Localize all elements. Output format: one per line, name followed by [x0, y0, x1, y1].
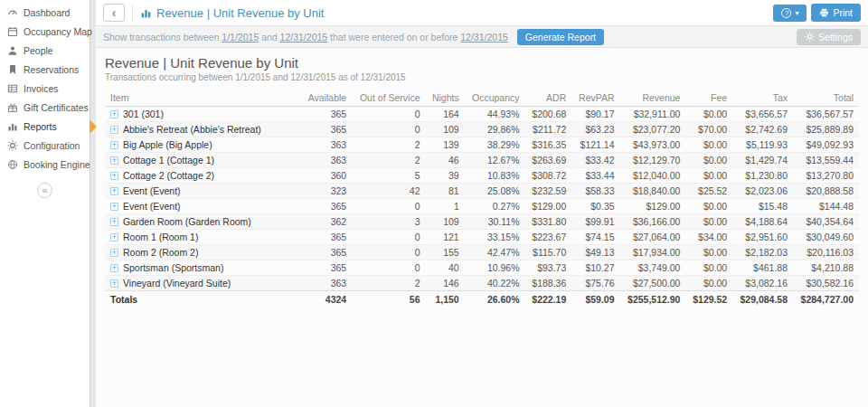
column-header-adr: ADR [525, 90, 572, 107]
table-cell: $0.00 [685, 107, 732, 122]
table-cell: $93.73 [525, 260, 572, 276]
end-date-link[interactable]: 12/31/2015 [280, 32, 328, 43]
table-cell: $32,911.00 [620, 107, 686, 122]
table-cell: $223.67 [525, 230, 572, 245]
table-cell: 365 [301, 245, 352, 260]
expand-row-icon[interactable]: + [110, 172, 118, 180]
expand-row-icon[interactable]: + [110, 218, 118, 226]
expand-row-icon[interactable]: + [110, 279, 118, 288]
table-cell: 10.96% [465, 260, 525, 276]
sidebar-item-people[interactable]: People [0, 41, 90, 60]
table-row: +Event (Event)323428125.08%$232.59$58.33… [105, 184, 859, 199]
settings-button[interactable]: Settings [797, 29, 861, 45]
row-item-cell: +Big Apple (Big Apple) [105, 137, 301, 153]
totals-cell: 4324 [301, 291, 352, 308]
table-cell: 10.83% [465, 168, 525, 184]
report-header-bar: ‹ Revenue | Unit Revenue by Unit ? ▾ Pr [96, 0, 868, 26]
start-date-link[interactable]: 1/1/2015 [222, 32, 259, 43]
row-item-label: Cottage 1 (Cottage 1) [123, 155, 214, 166]
sidebar-item-reports[interactable]: Reports [0, 117, 90, 136]
row-item-label: Event (Event) [123, 201, 181, 212]
column-header-out-of-service: Out of Service [352, 90, 425, 107]
table-cell: $1,230.80 [732, 168, 793, 184]
expand-row-icon[interactable]: + [110, 264, 118, 272]
row-item-cell: +Room 1 (Room 1) [105, 230, 301, 245]
sidebar-item-configuration[interactable]: Configuration [0, 136, 90, 155]
table-cell: $1,429.74 [732, 153, 793, 168]
table-cell: 29.86% [465, 122, 525, 137]
expand-row-icon[interactable]: + [110, 156, 118, 165]
totals-cell: $129.52 [685, 291, 732, 308]
table-cell: 360 [301, 168, 352, 184]
row-item-label: Cottage 2 (Cottage 2) [123, 170, 214, 181]
expand-row-icon[interactable]: + [110, 233, 118, 241]
expand-row-icon[interactable]: + [110, 249, 118, 257]
table-cell: $18,840.00 [620, 184, 686, 199]
sidebar-item-booking-engine[interactable]: Booking Engine [0, 155, 90, 174]
row-item-cell: +Sportsman (Sportsman) [105, 260, 301, 276]
sidebar-item-label: Booking Engine [24, 159, 90, 170]
bookmark-icon [6, 63, 18, 75]
column-header-revpar: RevPAR [571, 90, 619, 107]
table-cell: 25.08% [465, 184, 525, 199]
table-totals-row: Totals4324561,15026.60%$222.19$59.09$255… [105, 291, 859, 308]
filter-text-middle: that were entered on or before [330, 32, 458, 43]
table-cell: $0.00 [685, 245, 732, 260]
report-title: Revenue | Unit Revenue by Unit [105, 55, 859, 71]
expand-row-icon[interactable]: + [110, 126, 118, 134]
table-cell: $2,182.03 [732, 245, 793, 260]
table-cell: 81 [425, 184, 464, 199]
table-cell: $0.00 [685, 153, 732, 168]
table-cell: $316.35 [525, 137, 572, 153]
print-button[interactable]: Print [811, 4, 861, 22]
sidebar-item-label: Reservations [24, 64, 79, 75]
totals-cell: 26.60% [465, 291, 525, 308]
totals-cell: $255,512.90 [620, 291, 686, 308]
table-cell: $0.00 [685, 214, 732, 230]
table-cell: 164 [425, 107, 464, 122]
table-row: +301 (301)365016444.93%$200.68$90.17$32,… [105, 107, 859, 122]
row-item-label: Sportsman (Sportsman) [123, 262, 223, 273]
table-cell: $2,742.69 [732, 122, 793, 137]
column-header-fee: Fee [685, 90, 732, 107]
table-cell: $12,040.00 [620, 168, 686, 184]
table-cell: 30.11% [465, 214, 525, 230]
table-cell: $25.52 [685, 184, 732, 199]
gauge-icon [6, 6, 18, 18]
table-cell: $4,188.64 [732, 214, 793, 230]
header-left: ‹ Revenue | Unit Revenue by Unit [103, 4, 773, 22]
table-cell: $144.48 [793, 199, 859, 214]
person-icon [6, 44, 18, 56]
entered-date-link[interactable]: 12/31/2015 [460, 32, 508, 43]
generate-report-button[interactable]: Generate Report [517, 29, 604, 45]
back-button[interactable]: ‹ [103, 4, 125, 22]
totals-cell: 56 [352, 291, 425, 308]
sidebar-item-invoices[interactable]: Invoices [0, 79, 90, 98]
table-cell: $121.14 [571, 137, 619, 153]
expand-row-icon[interactable]: + [110, 110, 118, 118]
table-cell: $40,354.64 [793, 214, 859, 230]
column-header-nights: Nights [425, 90, 464, 107]
gear-icon [6, 139, 18, 151]
table-cell: $188.36 [525, 276, 572, 291]
row-item-cell: +Abbie's Retreat (Abbie's Retreat) [105, 122, 301, 137]
active-item-indicator [90, 119, 97, 134]
table-cell: $0.00 [685, 168, 732, 184]
sidebar-item-occupancy-map[interactable]: Occupancy Map [0, 22, 90, 41]
expand-row-icon[interactable]: + [110, 141, 118, 149]
table-cell: 323 [301, 184, 352, 199]
sidebar-item-reservations[interactable]: Reservations [0, 60, 90, 79]
table-cell: $0.00 [685, 199, 732, 214]
expand-row-icon[interactable]: + [110, 203, 118, 211]
sidebar-item-dashboard[interactable]: Dashboard [0, 3, 90, 22]
sidebar-nav: DashboardOccupancy MapPeopleReservations… [0, 3, 90, 174]
sidebar-collapse-button[interactable]: « [37, 183, 52, 198]
expand-row-icon[interactable]: + [110, 187, 118, 195]
table-cell: $63.23 [571, 122, 619, 137]
row-item-cell: +Room 2 (Room 2) [105, 245, 301, 260]
table-cell: $12,129.70 [620, 153, 686, 168]
column-header-available: Available [301, 90, 352, 107]
help-button[interactable]: ? ▾ [773, 5, 807, 22]
globe-icon [6, 158, 18, 170]
sidebar-item-gift-certificates[interactable]: Gift Certificates [0, 98, 90, 117]
